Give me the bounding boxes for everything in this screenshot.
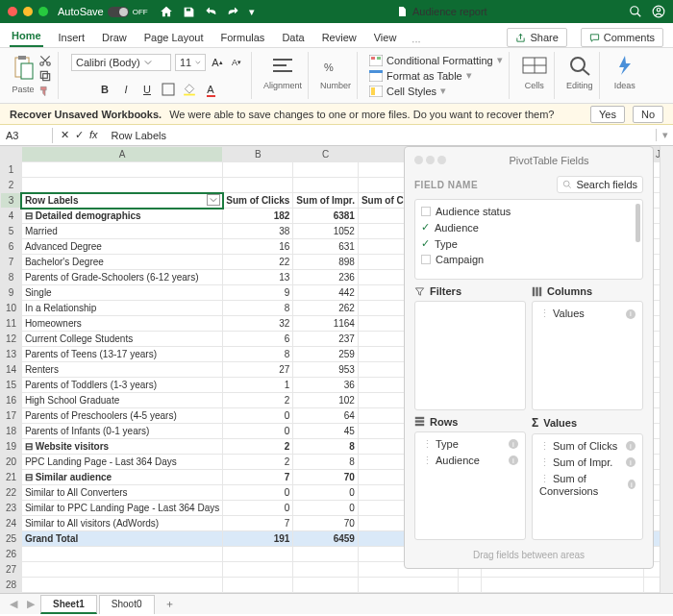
row-header[interactable]: 10: [1, 301, 22, 316]
copy-icon[interactable]: [38, 69, 52, 83]
cell[interactable]: 1052: [293, 224, 359, 239]
cell[interactable]: 8: [293, 439, 359, 455]
cell[interactable]: Similar to PPC Landing Page - Last 364 D…: [21, 501, 222, 516]
row-header[interactable]: 12: [1, 332, 22, 347]
row-header[interactable]: 15: [1, 378, 22, 393]
cell[interactable]: Similar to All Converters: [21, 485, 222, 501]
cell[interactable]: [21, 162, 222, 178]
cell[interactable]: Similar to All visitors (AdWords): [21, 516, 222, 531]
add-sheet-button[interactable]: ＋: [157, 594, 183, 614]
row-header[interactable]: 22: [1, 485, 22, 501]
row-header[interactable]: 8: [1, 270, 22, 285]
redo-icon[interactable]: [227, 6, 239, 18]
cell[interactable]: 0: [223, 408, 293, 424]
cell[interactable]: [223, 562, 293, 578]
row-header[interactable]: 14: [1, 362, 22, 378]
cut-icon[interactable]: [38, 54, 52, 67]
cell[interactable]: 0: [223, 485, 293, 501]
fill-color-button[interactable]: [182, 82, 197, 97]
row-header[interactable]: 24: [1, 516, 22, 531]
recover-yes-button[interactable]: Yes: [590, 106, 625, 123]
cell[interactable]: Bachelor's Degree: [21, 255, 222, 270]
comments-button[interactable]: Comments: [581, 28, 663, 47]
select-all-corner[interactable]: [1, 147, 22, 162]
cell[interactable]: [459, 578, 482, 593]
cell[interactable]: 64: [293, 408, 359, 424]
editing-button[interactable]: Editing: [566, 54, 593, 90]
row-header[interactable]: 16: [1, 393, 22, 408]
cell[interactable]: 6: [223, 332, 293, 347]
cell[interactable]: 70: [293, 470, 359, 485]
format-as-table-button[interactable]: Format as Table▾: [369, 69, 503, 82]
cell[interactable]: Sum of Clicks: [223, 193, 293, 209]
cells-button[interactable]: Cells: [521, 54, 548, 90]
cell[interactable]: 259: [293, 347, 359, 362]
cell[interactable]: [223, 578, 293, 593]
pivot-table-fields-panel[interactable]: PivotTable Fields FIELD NAME Search fiel…: [404, 146, 654, 569]
row-header[interactable]: 7: [1, 255, 22, 270]
row-header[interactable]: 13: [1, 347, 22, 362]
cell[interactable]: 0: [293, 501, 359, 516]
autosave-toggle[interactable]: AutoSave OFF: [58, 6, 148, 17]
cell[interactable]: 45: [293, 424, 359, 439]
cell[interactable]: 8: [223, 301, 293, 316]
cell[interactable]: 38: [223, 224, 293, 239]
cell[interactable]: Renters: [21, 362, 222, 378]
cell[interactable]: 0: [293, 485, 359, 501]
cell[interactable]: [21, 547, 222, 562]
cell[interactable]: 8: [293, 455, 359, 470]
save-icon[interactable]: [183, 6, 195, 18]
row-header[interactable]: 21: [1, 470, 22, 485]
cell[interactable]: [482, 578, 644, 593]
formula-input[interactable]: Row Labels: [106, 128, 656, 143]
switch-icon[interactable]: [108, 7, 129, 17]
cell[interactable]: Sum of Impr.: [293, 193, 359, 209]
paste-button[interactable]: Paste: [12, 54, 35, 98]
row-header[interactable]: 19: [1, 439, 22, 455]
cell[interactable]: 6381: [293, 209, 359, 224]
underline-button[interactable]: U: [139, 82, 155, 97]
cell[interactable]: [293, 578, 359, 593]
tab-draw[interactable]: Draw: [100, 28, 129, 47]
tab-view[interactable]: View: [372, 28, 399, 47]
cell[interactable]: [293, 547, 359, 562]
cell[interactable]: 0: [223, 501, 293, 516]
italic-button[interactable]: I: [118, 82, 134, 97]
cell[interactable]: Current College Students: [21, 332, 222, 347]
cell[interactable]: Parents of Teens (13-17 years): [21, 347, 222, 362]
search-fields-input[interactable]: Search fields: [557, 176, 643, 193]
cell[interactable]: Single: [21, 285, 222, 301]
fx-icon[interactable]: fx: [89, 129, 98, 141]
row-header[interactable]: 1: [1, 162, 22, 178]
cell[interactable]: 2: [223, 455, 293, 470]
scrollbar-thumb[interactable]: [636, 204, 640, 242]
account-icon[interactable]: [652, 5, 665, 18]
window-controls[interactable]: [8, 7, 48, 16]
panel-window-controls[interactable]: [414, 155, 449, 166]
name-box[interactable]: A3: [0, 128, 53, 143]
row-header[interactable]: 9: [1, 285, 22, 301]
field-list[interactable]: Audience status✓Audience✓TypeCampaign: [414, 199, 643, 280]
cell[interactable]: 442: [293, 285, 359, 301]
row-header[interactable]: 17: [1, 408, 22, 424]
cell[interactable]: [293, 562, 359, 578]
area-item[interactable]: ⋮Audiencei: [419, 453, 521, 469]
cell[interactable]: 36: [293, 378, 359, 393]
cell[interactable]: [293, 178, 359, 193]
format-painter-icon[interactable]: [38, 85, 52, 98]
filter-dropdown-button[interactable]: [207, 194, 220, 206]
number-format-button[interactable]: % Number: [320, 54, 351, 90]
cell[interactable]: High School Graduate: [21, 393, 222, 408]
cell[interactable]: ⊟ Similar audience: [21, 470, 222, 485]
cell[interactable]: Grand Total: [21, 531, 222, 547]
cell[interactable]: 2: [223, 393, 293, 408]
cell[interactable]: 2: [223, 439, 293, 455]
cell[interactable]: Parents of Preschoolers (4-5 years): [21, 408, 222, 424]
row-header[interactable]: 28: [1, 578, 22, 593]
cell[interactable]: [223, 162, 293, 178]
info-icon[interactable]: i: [509, 456, 518, 465]
field-checkbox-audience-status[interactable]: Audience status: [421, 204, 636, 219]
column-header-C[interactable]: C: [293, 147, 359, 162]
more-tabs-icon[interactable]: ···: [411, 36, 420, 47]
cell[interactable]: 9: [223, 285, 293, 301]
